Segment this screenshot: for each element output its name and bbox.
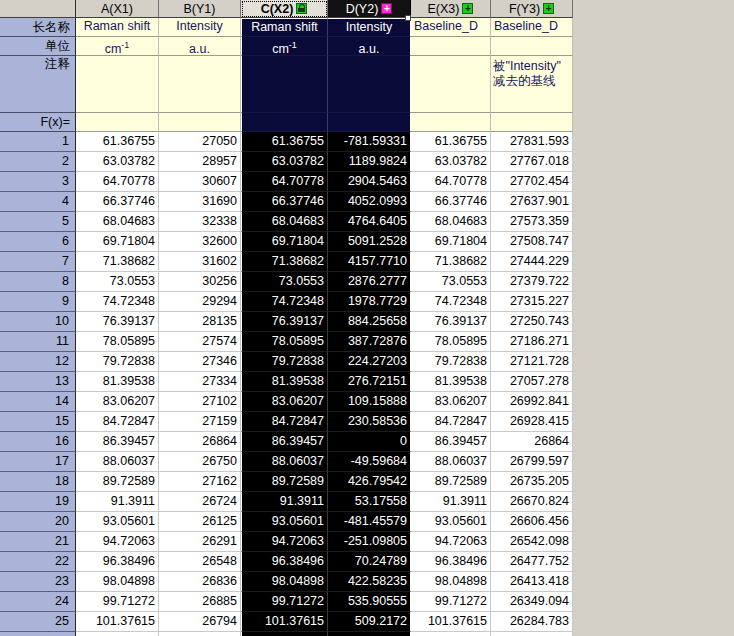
row-number[interactable]: 16 xyxy=(0,432,76,452)
comments-f[interactable]: 被"Intensity" 减去的基线 xyxy=(491,56,573,113)
row-number[interactable]: 23 xyxy=(0,572,76,592)
data-cell[interactable]: 93.05601 xyxy=(76,512,159,532)
data-cell[interactable]: 509.2172 xyxy=(328,612,411,632)
data-cell[interactable]: 83.06207 xyxy=(411,392,491,412)
data-cell[interactable]: 32600 xyxy=(159,232,241,252)
data-cell[interactable]: 91.3911 xyxy=(76,492,159,512)
data-cell[interactable]: 63.03782 xyxy=(411,152,491,172)
data-cell[interactable]: 94.72063 xyxy=(411,532,491,552)
data-cell[interactable]: 66.37746 xyxy=(76,192,159,212)
data-cell[interactable] xyxy=(76,632,159,636)
lock-icon[interactable] xyxy=(296,3,307,14)
corner-cell[interactable] xyxy=(0,0,76,18)
data-cell[interactable]: 88.06037 xyxy=(411,452,491,472)
data-cell[interactable]: 27250.743 xyxy=(491,312,573,332)
data-cell[interactable]: 79.72838 xyxy=(76,352,159,372)
data-cell[interactable]: 79.72838 xyxy=(411,352,491,372)
data-cell[interactable]: 27162 xyxy=(159,472,241,492)
comments-a[interactable] xyxy=(76,56,159,113)
data-cell[interactable]: 69.71804 xyxy=(76,232,159,252)
row-number[interactable]: 22 xyxy=(0,552,76,572)
column-header-e[interactable]: E(X3) + xyxy=(411,0,491,18)
row-label-comments[interactable]: 注释 xyxy=(0,56,76,113)
data-cell[interactable]: 101.37615 xyxy=(76,612,159,632)
data-cell[interactable]: 98.04898 xyxy=(76,572,159,592)
data-cell[interactable]: -781.59331 xyxy=(328,132,411,152)
row-number[interactable]: 5 xyxy=(0,212,76,232)
comments-e[interactable] xyxy=(411,56,491,113)
data-cell[interactable]: 27444.229 xyxy=(491,252,573,272)
data-cell[interactable]: 81.39538 xyxy=(411,372,491,392)
data-cell[interactable]: 27831.593 xyxy=(491,132,573,152)
row-label-long-name[interactable]: 长名称 xyxy=(0,18,76,37)
data-cell[interactable]: 66.37746 xyxy=(241,192,328,212)
data-cell[interactable] xyxy=(159,632,241,636)
data-cell[interactable] xyxy=(491,632,573,636)
data-cell[interactable]: 96.38496 xyxy=(76,552,159,572)
data-cell[interactable]: 26992.841 xyxy=(491,392,573,412)
row-number[interactable]: 17 xyxy=(0,452,76,472)
comments-c[interactable] xyxy=(241,56,328,113)
row-number[interactable]: 21 xyxy=(0,532,76,552)
data-cell[interactable]: 27508.747 xyxy=(491,232,573,252)
long-name-a[interactable]: Raman shift xyxy=(76,18,159,37)
row-number[interactable]: 7 xyxy=(0,252,76,272)
data-cell[interactable]: 27574 xyxy=(159,332,241,352)
data-cell[interactable]: 70.24789 xyxy=(328,552,411,572)
long-name-e[interactable]: Baseline_D xyxy=(411,18,491,37)
data-cell[interactable]: 4052.0993 xyxy=(328,192,411,212)
row-number[interactable]: 19 xyxy=(0,492,76,512)
units-e[interactable] xyxy=(411,37,491,56)
data-cell[interactable]: 101.37615 xyxy=(411,612,491,632)
row-number[interactable]: 2 xyxy=(0,152,76,172)
row-number[interactable]: 14 xyxy=(0,392,76,412)
data-cell[interactable]: 76.39137 xyxy=(76,312,159,332)
data-cell[interactable]: 26284.783 xyxy=(491,612,573,632)
data-cell[interactable]: 109.15888 xyxy=(328,392,411,412)
data-cell[interactable]: 93.05601 xyxy=(411,512,491,532)
data-cell[interactable]: 27379.722 xyxy=(491,272,573,292)
data-cell[interactable]: 29294 xyxy=(159,292,241,312)
data-cell[interactable]: -251.09805 xyxy=(328,532,411,552)
data-cell[interactable]: 884.25658 xyxy=(328,312,411,332)
comments-b[interactable] xyxy=(159,56,241,113)
data-cell[interactable]: 71.38682 xyxy=(76,252,159,272)
data-cell[interactable]: 26836 xyxy=(159,572,241,592)
data-cell[interactable]: 27315.227 xyxy=(491,292,573,312)
data-cell[interactable]: 69.71804 xyxy=(241,232,328,252)
data-cell[interactable]: 26413.418 xyxy=(491,572,573,592)
data-cell[interactable]: 30607 xyxy=(159,172,241,192)
units-f[interactable] xyxy=(491,37,573,56)
units-d[interactable]: a.u. xyxy=(328,37,411,56)
row-number[interactable]: 18 xyxy=(0,472,76,492)
data-cell[interactable]: 71.38682 xyxy=(411,252,491,272)
data-cell[interactable]: 94.72063 xyxy=(76,532,159,552)
data-cell[interactable]: 2904.5463 xyxy=(328,172,411,192)
data-cell[interactable]: -481.45579 xyxy=(328,512,411,532)
fx-d[interactable] xyxy=(328,113,411,132)
data-cell[interactable]: 26864 xyxy=(491,432,573,452)
data-cell[interactable]: 27057.278 xyxy=(491,372,573,392)
data-cell[interactable]: 1978.7729 xyxy=(328,292,411,312)
data-cell[interactable]: 31690 xyxy=(159,192,241,212)
data-cell[interactable]: -49.59684 xyxy=(328,452,411,472)
data-cell[interactable] xyxy=(411,632,491,636)
data-cell[interactable]: 422.58235 xyxy=(328,572,411,592)
data-cell[interactable]: 61.36755 xyxy=(241,132,328,152)
data-cell[interactable]: 27702.454 xyxy=(491,172,573,192)
data-cell[interactable]: 91.3911 xyxy=(241,492,328,512)
data-cell[interactable]: 83.06207 xyxy=(76,392,159,412)
data-cell[interactable]: 83.06207 xyxy=(241,392,328,412)
selection-fill-handle[interactable] xyxy=(405,15,411,21)
long-name-b[interactable]: Intensity xyxy=(159,18,241,37)
data-cell[interactable]: 69.71804 xyxy=(411,232,491,252)
column-header-a[interactable]: A(X1) xyxy=(76,0,159,18)
row-number[interactable]: 15 xyxy=(0,412,76,432)
data-cell[interactable]: 76.39137 xyxy=(411,312,491,332)
data-cell[interactable]: 26928.415 xyxy=(491,412,573,432)
row-number[interactable]: 13 xyxy=(0,372,76,392)
column-header-c[interactable]: C(X2) xyxy=(241,0,328,18)
fx-a[interactable] xyxy=(76,113,159,132)
data-cell[interactable]: 99.71272 xyxy=(76,592,159,612)
data-cell[interactable]: 84.72847 xyxy=(76,412,159,432)
